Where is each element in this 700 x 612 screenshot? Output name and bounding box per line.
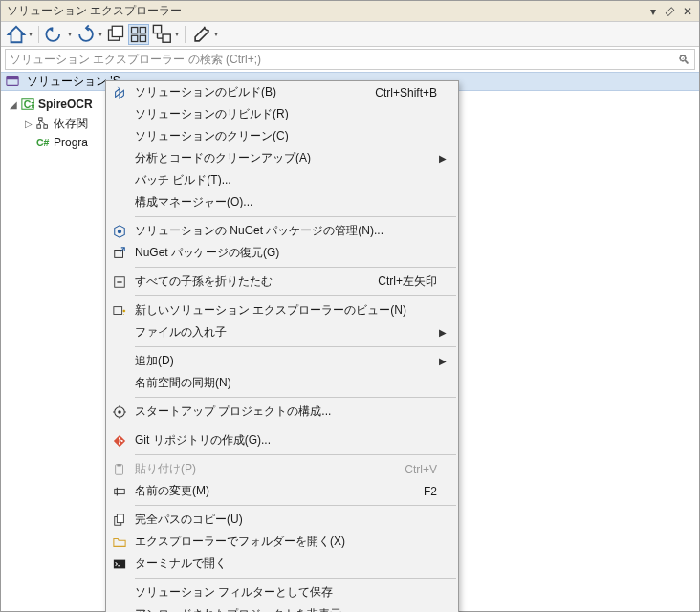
menu-separator — [135, 397, 456, 398]
svg-rect-7 — [163, 34, 170, 42]
menu-label: 新しいソリューション エクスプローラーのビュー(N) — [133, 302, 437, 318]
menu-item[interactable]: ソリューションのクリーン(C) — [106, 125, 458, 147]
menu-item[interactable]: 構成マネージャー(O)... — [106, 191, 458, 213]
menu-separator — [135, 267, 456, 268]
menu-item[interactable]: ソリューション フィルターとして保存 — [106, 581, 458, 603]
menu-label: ソリューションの NuGet パッケージの管理(N)... — [133, 223, 437, 239]
search-box[interactable]: 🔍︎ — [5, 49, 695, 70]
svg-rect-2 — [132, 27, 138, 33]
titlebar-controls: ▾ ▯ ✕ — [645, 4, 695, 19]
svg-rect-4 — [132, 35, 138, 41]
rename-icon — [106, 485, 133, 498]
view-button[interactable] — [151, 24, 180, 45]
submenu-arrow-icon: ▶ — [437, 356, 448, 366]
menu-item[interactable]: NuGet パッケージの復元(G) — [106, 242, 458, 264]
properties-button[interactable] — [190, 24, 219, 45]
dependencies-icon — [35, 116, 51, 131]
svg-text:C#: C# — [24, 98, 34, 110]
menu-item[interactable]: バッチ ビルド(T)... — [106, 169, 458, 191]
menu-label: 名前の変更(M) — [133, 483, 414, 499]
git-icon — [106, 434, 133, 448]
menu-separator — [135, 454, 456, 455]
collapse-icon — [106, 275, 133, 289]
copy-icon — [106, 514, 133, 527]
menu-label: ファイルの入れ子 — [133, 324, 437, 340]
svg-rect-38 — [117, 514, 123, 522]
csproj-icon: C# — [20, 97, 35, 112]
svg-rect-21 — [115, 250, 123, 257]
menu-separator — [135, 216, 456, 217]
sync-button[interactable] — [75, 24, 103, 45]
menu-item[interactable]: ファイルの入れ子▶ — [106, 321, 458, 343]
terminal-icon — [106, 557, 133, 571]
menu-shortcut: F2 — [414, 485, 437, 498]
svg-rect-15 — [37, 125, 41, 129]
svg-rect-35 — [115, 489, 125, 493]
menu-separator — [135, 295, 456, 296]
svg-text:C#: C# — [36, 137, 50, 148]
newview-icon — [106, 304, 133, 317]
menu-label: NuGet パッケージの復元(G) — [133, 245, 437, 261]
menu-label: エクスプローラーでフォルダーを開く(X) — [133, 534, 437, 550]
menu-label: ソリューションのクリーン(C) — [133, 128, 437, 144]
close-button[interactable]: ✕ — [680, 4, 695, 19]
csharp-file-icon: C# — [35, 135, 51, 150]
svg-rect-3 — [140, 27, 145, 33]
menu-separator — [135, 426, 456, 426]
save-all-button[interactable] — [105, 24, 126, 45]
menu-label: 分析とコードのクリーンアップ(A) — [133, 150, 437, 166]
menu-item[interactable]: ソリューションの NuGet パッケージの管理(N)... — [106, 220, 458, 242]
expander-icon[interactable]: ▷ — [22, 119, 35, 129]
menu-separator — [135, 578, 456, 579]
menu-item[interactable]: アンロードされたプロジェクトを非表示 — [106, 603, 458, 612]
menu-item[interactable]: 名前の変更(M)F2 — [106, 480, 458, 502]
menu-label: 追加(D) — [133, 353, 437, 369]
menu-label: 完全パスのコピー(U) — [133, 512, 437, 528]
menu-separator — [135, 346, 456, 347]
titlebar: ソリューション エクスプローラー ▾ ▯ ✕ — [1, 1, 699, 22]
search-input[interactable] — [10, 51, 678, 68]
menu-shortcut: Ctrl+左矢印 — [368, 273, 437, 290]
menu-label: Git リポジトリの作成(G)... — [133, 432, 437, 448]
titlebar-title: ソリューション エクスプローラー — [5, 3, 645, 19]
context-menu: ソリューションのビルド(B)Ctrl+Shift+Bソリューションのリビルド(R… — [105, 80, 459, 612]
separator — [185, 26, 186, 43]
build-icon — [106, 86, 133, 99]
svg-line-18 — [40, 120, 45, 124]
menu-item[interactable]: Git リポジトリの作成(G)... — [106, 429, 458, 451]
menu-item[interactable]: スタートアップ プロジェクトの構成... — [106, 401, 458, 423]
menu-item[interactable]: 完全パスのコピー(U) — [106, 509, 458, 531]
home-button[interactable] — [5, 24, 33, 45]
menu-item[interactable]: すべての子孫を折りたたむCtrl+左矢印 — [106, 271, 458, 293]
menu-item[interactable]: 追加(D)▶ — [106, 350, 458, 372]
menu-item[interactable]: 名前空間の同期(N) — [106, 372, 458, 394]
expander-icon[interactable]: ◢ — [7, 99, 20, 110]
submenu-arrow-icon: ▶ — [437, 327, 448, 338]
pin-button[interactable]: ▯ — [660, 0, 682, 22]
svg-rect-6 — [153, 25, 161, 33]
svg-rect-11 — [7, 77, 18, 80]
svg-rect-14 — [39, 118, 43, 121]
svg-rect-5 — [140, 35, 145, 41]
solution-icon — [5, 74, 20, 89]
menu-item[interactable]: 新しいソリューション エクスプローラーのビュー(N) — [106, 299, 458, 321]
nuget-icon — [106, 225, 133, 238]
svg-rect-16 — [44, 125, 48, 129]
menu-item[interactable]: 分析とコードのクリーンアップ(A)▶ — [106, 147, 458, 169]
svg-rect-39 — [114, 559, 125, 568]
menu-item[interactable]: エクスプローラーでフォルダーを開く(X) — [106, 531, 458, 553]
folder-icon — [106, 536, 133, 549]
menu-label: 貼り付け(P) — [133, 461, 395, 477]
menu-item[interactable]: ターミナルで開く — [106, 553, 458, 575]
svg-point-27 — [118, 410, 121, 414]
menu-label: スタートアップ プロジェクトの構成... — [133, 404, 437, 420]
restore-icon — [106, 247, 133, 260]
menu-label: アンロードされたプロジェクトを非表示 — [133, 606, 437, 612]
svg-line-17 — [39, 120, 41, 124]
show-all-button[interactable] — [128, 24, 149, 45]
back-button[interactable] — [44, 24, 73, 45]
menu-label: ターミナルで開く — [133, 556, 437, 572]
menu-item[interactable]: ソリューションのリビルド(R) — [106, 103, 458, 125]
menu-item[interactable]: ソリューションのビルド(B)Ctrl+Shift+B — [106, 81, 458, 103]
separator — [38, 26, 39, 43]
